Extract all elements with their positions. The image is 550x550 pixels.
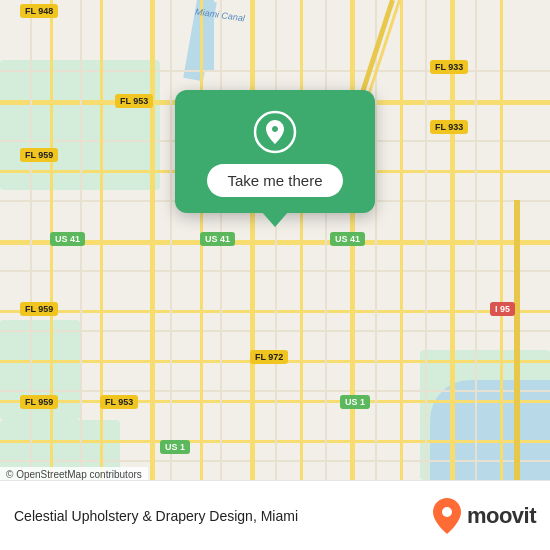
location-name: Celestial Upholstery & Drapery Design, M… bbox=[14, 508, 298, 524]
svg-point-1 bbox=[442, 507, 452, 517]
label-us41-1: US 41 bbox=[50, 232, 85, 246]
road-v-thin-325 bbox=[325, 0, 327, 480]
take-me-there-button[interactable]: Take me there bbox=[207, 164, 342, 197]
label-fl959-2: FL 959 bbox=[20, 302, 58, 316]
location-pin-icon bbox=[253, 110, 297, 154]
map-container: FL 948 FL 959 FL 953 FL 953 FL 933 FL 93… bbox=[0, 0, 550, 550]
label-us41-2: US 41 bbox=[200, 232, 235, 246]
label-fl953-3: FL 953 bbox=[100, 395, 138, 409]
road-v-thin-475 bbox=[475, 0, 477, 480]
label-fl959: FL 959 bbox=[20, 148, 58, 162]
bottom-bar: Celestial Upholstery & Drapery Design, M… bbox=[0, 480, 550, 550]
label-fl948: FL 948 bbox=[20, 4, 58, 18]
label-fl933: FL 933 bbox=[430, 60, 468, 74]
road-v-thin-170 bbox=[170, 0, 172, 480]
moovit-logo: moovit bbox=[433, 498, 536, 534]
moovit-pin-icon bbox=[433, 498, 461, 534]
label-fl972: FL 972 bbox=[250, 350, 288, 364]
label-fl933-2: FL 933 bbox=[430, 120, 468, 134]
road-v-thin-275 bbox=[275, 0, 277, 480]
road-v-400 bbox=[400, 0, 403, 480]
road-v-150 bbox=[150, 0, 155, 480]
water-bay bbox=[430, 380, 550, 480]
label-fl953: FL 953 bbox=[115, 94, 153, 108]
map-background: FL 948 FL 959 FL 953 FL 953 FL 933 FL 93… bbox=[0, 0, 550, 480]
moovit-brand-text: moovit bbox=[467, 503, 536, 529]
label-us41-3: US 41 bbox=[330, 232, 365, 246]
road-v-500 bbox=[500, 0, 503, 480]
label-fl959-3: FL 959 bbox=[20, 395, 58, 409]
label-i95: I 95 bbox=[490, 302, 515, 316]
road-v-thin-425 bbox=[425, 0, 427, 480]
label-us1: US 1 bbox=[160, 440, 190, 454]
i95-road bbox=[514, 200, 520, 480]
label-us1-2: US 1 bbox=[340, 395, 370, 409]
popup-card: Take me there bbox=[175, 90, 375, 213]
road-v-250 bbox=[250, 0, 255, 480]
road-v-300 bbox=[300, 0, 303, 480]
